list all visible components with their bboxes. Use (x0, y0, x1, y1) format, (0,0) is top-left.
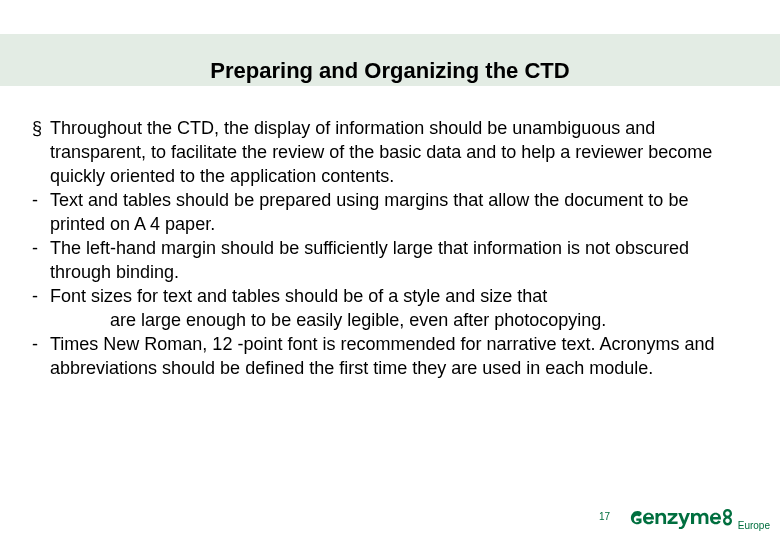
slide-title: Preparing and Organizing the CTD (0, 58, 780, 84)
genzyme-logo-icon (628, 504, 736, 532)
bullet-marker: - (32, 236, 50, 284)
bullet-text: Text and tables should be prepared using… (50, 188, 740, 236)
bullet-text: Font sizes for text and tables should be… (50, 284, 606, 332)
list-item: § Throughout the CTD, the display of inf… (32, 116, 740, 188)
page-number: 17 (599, 511, 610, 522)
bullet-text: Throughout the CTD, the display of infor… (50, 116, 740, 188)
content-area: § Throughout the CTD, the display of inf… (32, 116, 740, 380)
list-item: - Text and tables should be prepared usi… (32, 188, 740, 236)
brand-region: Europe (738, 520, 770, 531)
list-item: - The left-hand margin should be suffici… (32, 236, 740, 284)
bullet-marker: - (32, 332, 50, 380)
bullet-marker: - (32, 284, 50, 332)
brand-logo: Europe (628, 504, 770, 532)
bullet-text: Times New Roman, 12 -point font is recom… (50, 332, 740, 380)
bullet-text: The left-hand margin should be sufficien… (50, 236, 740, 284)
list-item: - Font sizes for text and tables should … (32, 284, 740, 332)
bullet-marker: - (32, 188, 50, 236)
bullet-marker: § (32, 116, 50, 188)
slide: Preparing and Organizing the CTD § Throu… (0, 0, 780, 540)
bullet-text-line2: are large enough to be easily legible, e… (50, 308, 606, 332)
bullet-text-line1: Font sizes for text and tables should be… (50, 286, 547, 306)
list-item: - Times New Roman, 12 -point font is rec… (32, 332, 740, 380)
